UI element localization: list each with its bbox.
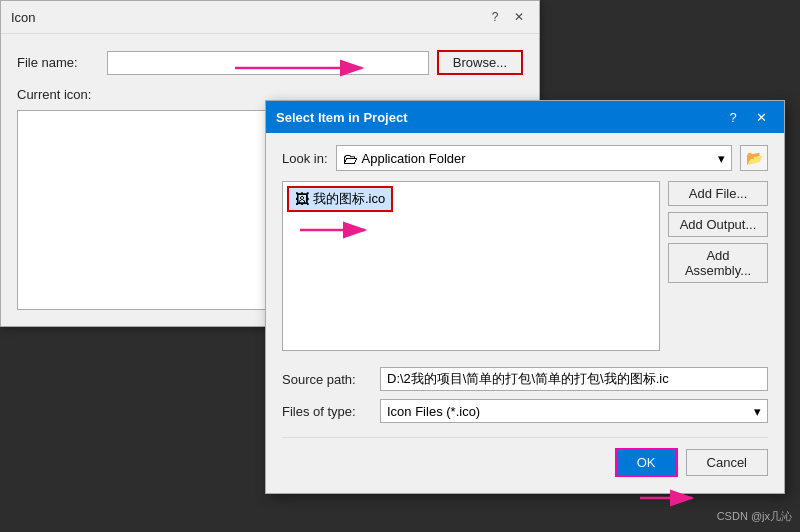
select-dialog-controls: ? ✕ xyxy=(720,107,774,127)
files-type-dropdown-icon: ▾ xyxy=(754,404,761,419)
select-dialog-close-btn[interactable]: ✕ xyxy=(748,107,774,127)
icon-dialog-controls: ? ✕ xyxy=(485,7,529,27)
add-assembly-button[interactable]: Add Assembly... xyxy=(668,243,768,283)
file-list-area[interactable]: 🖼 我的图标.ico xyxy=(282,181,660,351)
select-dialog-body: Look in: 🗁 Application Folder ▾ 📂 🖼 我的图标… xyxy=(266,133,784,493)
file-name-label: File name: xyxy=(17,55,107,70)
file-icon: 🖼 xyxy=(295,191,309,207)
source-path-label: Source path: xyxy=(282,372,372,387)
browse-button[interactable]: Browse... xyxy=(437,50,523,75)
look-in-value: Application Folder xyxy=(362,151,466,166)
icon-dialog-titlebar: Icon ? ✕ xyxy=(1,1,539,34)
look-in-row: Look in: 🗁 Application Folder ▾ 📂 xyxy=(282,145,768,171)
folder-browse-button[interactable]: 📂 xyxy=(740,145,768,171)
look-in-select-inner: 🗁 Application Folder xyxy=(343,150,466,167)
select-dialog-titlebar: Select Item in Project ? ✕ xyxy=(266,101,784,133)
bottom-fields: Source path: D:\2我的项目\简单的打包\简单的打包\我的图标.i… xyxy=(282,367,768,423)
file-area-wrapper: 🖼 我的图标.ico Add File... Add Output... Add… xyxy=(282,181,768,361)
select-dialog-help-btn[interactable]: ? xyxy=(720,107,746,127)
add-output-button[interactable]: Add Output... xyxy=(668,212,768,237)
add-file-button[interactable]: Add File... xyxy=(668,181,768,206)
file-item[interactable]: 🖼 我的图标.ico xyxy=(287,186,393,212)
cancel-button[interactable]: Cancel xyxy=(686,449,768,476)
icon-dialog-close-btn[interactable]: ✕ xyxy=(509,7,529,27)
look-in-label: Look in: xyxy=(282,151,328,166)
dialog-footer: OK Cancel xyxy=(282,437,768,477)
look-in-select[interactable]: 🗁 Application Folder ▾ xyxy=(336,145,732,171)
source-path-value: D:\2我的项目\简单的打包\简单的打包\我的图标.ic xyxy=(380,367,768,391)
file-name-row: File name: Browse... xyxy=(17,50,523,75)
ok-button[interactable]: OK xyxy=(615,448,678,477)
select-item-dialog: Select Item in Project ? ✕ Look in: 🗁 Ap… xyxy=(265,100,785,494)
file-name-input[interactable] xyxy=(107,51,429,75)
icon-dialog-title: Icon xyxy=(11,10,36,25)
files-of-type-row: Files of type: Icon Files (*.ico) ▾ xyxy=(282,399,768,423)
icon-dialog-help-btn[interactable]: ? xyxy=(485,7,505,27)
source-path-row: Source path: D:\2我的项目\简单的打包\简单的打包\我的图标.i… xyxy=(282,367,768,391)
files-of-type-select[interactable]: Icon Files (*.ico) ▾ xyxy=(380,399,768,423)
files-of-type-value: Icon Files (*.ico) xyxy=(387,404,480,419)
dropdown-arrow-icon: ▾ xyxy=(718,151,725,166)
files-of-type-label: Files of type: xyxy=(282,404,372,419)
watermark: CSDN @jx几沁 xyxy=(717,509,792,524)
folder-icon: 🗁 xyxy=(343,150,358,167)
select-dialog-title: Select Item in Project xyxy=(276,110,408,125)
folder-open-icon: 📂 xyxy=(746,150,763,166)
file-item-name: 我的图标.ico xyxy=(313,190,385,208)
right-buttons-panel: Add File... Add Output... Add Assembly..… xyxy=(668,181,768,361)
